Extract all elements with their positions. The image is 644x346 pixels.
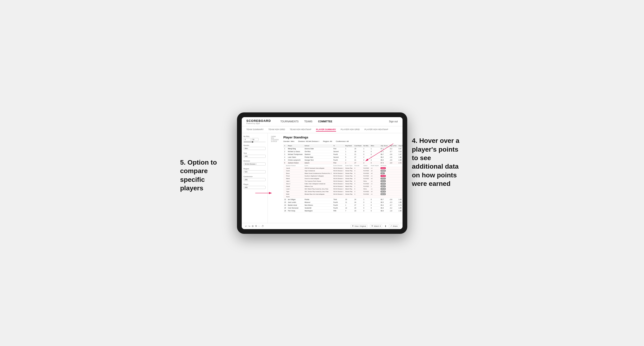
nav-teams[interactable]: TEAMS — [304, 120, 312, 123]
no-rds-max-input[interactable] — [252, 138, 258, 141]
event-row: Luke I SEC Match Play hosted by Jerry Pa… — [283, 187, 402, 190]
table-row: 2 Michael La Sasso Ole Miss Second 1 18 … — [283, 150, 402, 153]
download-icon[interactable]: ⬇ — [384, 225, 386, 227]
share-button[interactable]: ↗ Share — [389, 224, 399, 228]
no-rds-min-input[interactable] — [244, 138, 251, 141]
subnav-player-h2h-grid[interactable]: PLAYER H2H GRID — [341, 128, 360, 132]
view-original-button[interactable]: 👁 View: Original — [350, 224, 368, 228]
school-cell: Arizona State — [304, 147, 332, 150]
redo-icon[interactable]: ↪ — [248, 225, 250, 227]
no-rds-cell: 1 — [362, 147, 370, 150]
nav-committee[interactable]: COMMITTEE — [318, 120, 332, 123]
sub-nav: TEAM SUMMARY TEAM H2H GRID TEAM H2H HEAT… — [242, 126, 402, 133]
adj-score-cell: 67.1 — [380, 147, 388, 150]
table-row: 3 Michael Thorbjornsen Stanford Fourth 1… — [283, 153, 402, 156]
share-icon: ↗ — [390, 225, 392, 227]
sidebar-player: Player (All) — [244, 183, 266, 189]
table-row: 1 Wenyi Ding Arizona State First 1 15 1 … — [283, 147, 402, 150]
player-select[interactable]: (All) — [244, 186, 266, 189]
filter-region-text: Region: All — [323, 140, 332, 142]
event-row: Jake I The Cypress Point Classic NCAA Di… — [283, 180, 402, 182]
nav-tournaments[interactable]: TOURNAMENTS — [280, 120, 298, 123]
tablet-screen: SCOREBOARD Powered by clippd TOURNAMENTS… — [242, 117, 402, 229]
update-time: Update time: 27/01/2024 16:56:26 — [271, 136, 279, 142]
sign-out-link[interactable]: Sign out — [389, 120, 398, 123]
col-avg-sg: Avg SG — [398, 144, 402, 147]
sidebar-gender: Gender Men Women — [244, 145, 266, 150]
filter-gender: Gender: Men — [283, 140, 294, 142]
table-row: 5 Christo Lamprecht Georgia Tech Fourth … — [283, 159, 402, 161]
annotation-top-right: 4. Hover over a player's points to see a… — [412, 137, 464, 188]
sidebar-gender-label: Gender — [244, 145, 266, 146]
watch-icon: 👁 — [371, 225, 373, 227]
more-icon[interactable]: ··· — [258, 225, 260, 227]
event-row: Breni Wake Forest Invitational at Pinehu… — [283, 172, 402, 174]
event-row: David Williams Cup NCAA Division I Match… — [283, 185, 402, 187]
copy-icon[interactable]: ⧉ — [255, 225, 257, 227]
standings-table: # Player School Yr Reg Rank Conf Rank No… — [283, 144, 402, 212]
event-row: Gordi Tiger Invitational NCAA Division I… — [283, 169, 402, 172]
logo-subtitle: Powered by clippd — [246, 123, 271, 124]
top-nav: SCOREBOARD Powered by clippd TOURNAMENTS… — [242, 117, 402, 126]
division-select[interactable]: NCAA Division I — [244, 163, 266, 166]
conf-rank-cell: 15 — [354, 147, 362, 150]
col-adj-score: Adj. Score — [380, 144, 388, 147]
sidebar-conference: Conference (All) — [244, 176, 266, 181]
share-label: Share — [392, 225, 398, 227]
annotation-bottom-left: 5. Option to compare specific players — [180, 158, 228, 193]
annotation-right-text: 4. Hover over a player's points to see a… — [412, 137, 460, 187]
filter-conference-text: Conference: All — [336, 140, 348, 142]
sidebar-player-label: Player — [244, 183, 266, 185]
filters-row: Gender: Men Division: NCAA Division I Re… — [283, 140, 402, 142]
region-select[interactable]: N/A — [244, 170, 266, 173]
event-header-row: Jackson Kolson Event Event Division Even… — [283, 164, 402, 167]
undo-icon[interactable]: ↩ — [245, 225, 247, 227]
bottom-toolbar: ↩ ↪ ⚙ ⧉ ··· ⏱ 👁 View: Original 👁 Watch ▾ — [242, 223, 402, 229]
event-row: Tiger SEC Stroke Play hosted by Jerry Pa… — [283, 190, 402, 193]
wins-cell: 1 — [370, 147, 380, 150]
logo-area: SCOREBOARD Powered by clippd — [246, 119, 271, 124]
col-player: Player — [287, 144, 304, 147]
event-row: Jacob UNCW Seahawk Intercollegiate NCAA … — [283, 167, 402, 169]
subnav-team-summary[interactable]: TEAM SUMMARY — [246, 128, 264, 132]
sidebar-conference-label: Conference — [244, 176, 266, 177]
table-row: 6 Jackson Kolson Auburn First 2 27 2 0 6 — [283, 161, 402, 164]
event-row: Techi — [283, 195, 402, 198]
table-row: 24 Bastien Amat New Mexico Fourth 1 27 2… — [283, 204, 402, 206]
settings-icon[interactable]: ⚙ — [252, 225, 254, 227]
col-yr: Yr — [332, 144, 344, 147]
annotation-left-text: 5. Option to compare specific players — [180, 159, 217, 192]
sidebar-division: Division NCAA Division I — [244, 160, 266, 166]
player-name-cell[interactable]: Wenyi Ding — [287, 147, 304, 150]
subnav-team-h2h-heatmap[interactable]: TEAM H2H HEATMAP — [290, 128, 311, 132]
table-row: 22 Ian Gilligan Florida Third 10 24 1 0 — [283, 198, 402, 201]
main-content: No Rds. Gender Men — [242, 133, 402, 223]
conference-select[interactable]: (All) — [244, 178, 266, 181]
table-row: 26 Petr Hruby Washington Fifth 7 23 0 0 — [283, 209, 402, 212]
clock-icon[interactable]: ⏱ — [262, 225, 264, 227]
sidebar: No Rds. Gender Men — [242, 133, 268, 223]
no-rds-slider[interactable] — [244, 142, 266, 142]
col-reg-rank: Reg Rank — [344, 144, 354, 147]
gender-select[interactable]: Men Women — [244, 147, 266, 150]
subnav-player-h2h-heatmap[interactable]: PLAYER H2H HEATMAP — [364, 128, 388, 132]
sidebar-year: Year (All) — [244, 152, 266, 158]
table-header-row: # Player School Yr Reg Rank Conf Rank No… — [283, 144, 402, 147]
rank-cell: 1 — [283, 147, 287, 150]
filter-region: Region: All — [323, 140, 332, 142]
year-select[interactable]: (All) — [244, 155, 266, 158]
logo-title: SCOREBOARD — [246, 119, 271, 123]
avg-sg-cell: 3.07 — [398, 147, 402, 150]
watch-chevron-icon: ▾ — [380, 225, 381, 227]
toolbar-icons: ↩ ↪ ⚙ ⧉ ··· ⏱ — [245, 225, 264, 227]
subnav-player-summary[interactable]: PLAYER SUMMARY — [316, 128, 336, 132]
sidebar-region-label: Region — [244, 168, 266, 170]
sidebar-year-label: Year — [244, 152, 266, 154]
watch-button[interactable]: 👁 Watch ▾ — [370, 224, 382, 228]
col-conf-rank: Conf Rank — [354, 144, 362, 147]
subnav-team-h2h-grid[interactable]: TEAM H2H GRID — [268, 128, 285, 132]
standings-title: Player Standings — [283, 136, 402, 139]
sidebar-no-rds: No Rds. — [244, 136, 266, 142]
col-avg-par: Avg to Par — [388, 144, 398, 147]
watch-label: Watch — [374, 225, 379, 227]
